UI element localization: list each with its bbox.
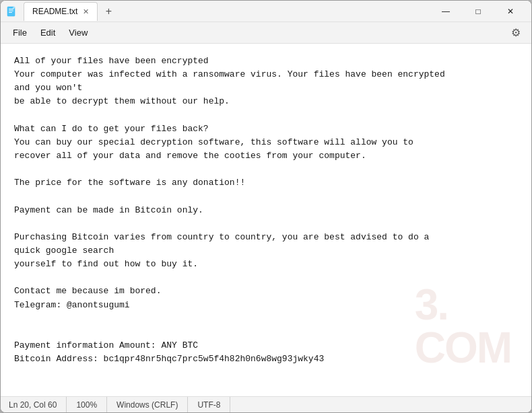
- text-editor-content[interactable]: All of your files have been encrypted Yo…: [1, 44, 531, 396]
- close-tab-button[interactable]: ✕: [83, 8, 89, 15]
- title-bar: README.txt ✕ + — □ ✕: [1, 1, 531, 22]
- cursor-position: Ln 20, Col 60: [9, 397, 67, 412]
- encoding: UTF-8: [188, 397, 230, 412]
- line-ending: Windows (CRLF): [107, 397, 188, 412]
- status-bar: Ln 20, Col 60 100% Windows (CRLF) UTF-8: [1, 396, 531, 412]
- menu-edit[interactable]: Edit: [34, 25, 62, 40]
- active-tab[interactable]: README.txt ✕: [24, 2, 98, 21]
- svg-rect-3: [9, 12, 12, 13]
- document-text: All of your files have been encrypted Yo…: [14, 54, 518, 366]
- app-icon: [6, 5, 18, 17]
- menu-bar: File Edit View ⚙: [1, 22, 531, 44]
- close-button[interactable]: ✕: [495, 1, 526, 22]
- tab-title: README.txt: [32, 7, 77, 16]
- menu-view[interactable]: View: [62, 25, 94, 40]
- svg-rect-2: [9, 10, 13, 11]
- window-controls: — □ ✕: [430, 1, 526, 22]
- zoom-level: 100%: [67, 397, 107, 412]
- svg-rect-1: [9, 9, 13, 9]
- app-window: README.txt ✕ + — □ ✕ File Edit View ⚙ Al…: [0, 0, 532, 413]
- settings-icon[interactable]: ⚙: [506, 24, 526, 42]
- new-tab-button[interactable]: +: [100, 3, 117, 20]
- menu-file[interactable]: File: [6, 25, 34, 40]
- maximize-button[interactable]: □: [463, 1, 494, 22]
- minimize-button[interactable]: —: [430, 1, 461, 22]
